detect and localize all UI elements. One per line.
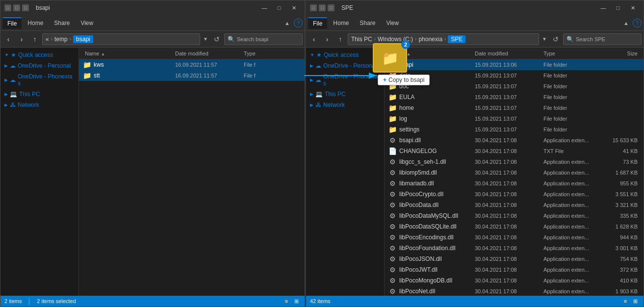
right-this-pc-chevron: ▶ xyxy=(310,92,313,97)
left-file-header: Name ▲ Date modified Type xyxy=(79,48,305,59)
right-status-view-icons: ≡ ⊞ xyxy=(621,297,640,306)
right-network-icon: 🖧 xyxy=(315,102,321,108)
right-back-button[interactable]: ‹ xyxy=(308,33,320,45)
right-tab-home[interactable]: Home xyxy=(328,18,354,28)
left-search-box[interactable]: 🔍 Search bsapi xyxy=(224,33,303,45)
left-addr-segment-active[interactable]: bsapi xyxy=(73,35,93,43)
left-sidebar-onedrive-personal[interactable]: ▶ ☁ OneDrive - Personal xyxy=(0,60,78,71)
left-address-bar[interactable]: « › temp › bsapi xyxy=(42,33,200,45)
left-col-date[interactable]: Date modified xyxy=(173,51,242,56)
left-col-name[interactable]: Name ▲ xyxy=(83,51,173,56)
file-name: kws xyxy=(94,61,173,68)
right-view-detail-icon[interactable]: ⊞ xyxy=(631,297,640,306)
left-ribbon-expand[interactable]: ▲ xyxy=(282,19,293,27)
right-file-row[interactable]: ⚙ libmariadb.dll 30.04.2021 17:08 Applic… xyxy=(385,178,644,189)
right-col-name-label: Name xyxy=(390,51,405,56)
right-sidebar-this-pc[interactable]: ▶ 💻 This PC xyxy=(306,89,384,100)
file-name: libPocoJSON.dll xyxy=(399,256,473,262)
right-file-row[interactable]: ⚙ libPocoEncodings.dll 30.04.2021 17:08 … xyxy=(385,232,644,243)
right-file-row[interactable]: ⚙ bsapi.dll 30.04.2021 17:08 Application… xyxy=(385,135,644,146)
right-ribbon-expand[interactable]: ▲ xyxy=(620,19,632,27)
file-size: 3 551 KB xyxy=(600,191,640,197)
left-network-label: Network xyxy=(18,102,39,108)
file-icon-dll: ⚙ xyxy=(388,287,396,295)
left-tab-file[interactable]: File xyxy=(2,17,22,29)
right-file-row[interactable]: ⚙ libPocoFoundation.dll 30.04.2021 17:08… xyxy=(385,243,644,254)
right-file-row[interactable]: ⚙ libPocoJWT.dll 30.04.2021 17:08 Applic… xyxy=(385,264,644,275)
right-refresh-button[interactable]: ↺ xyxy=(550,33,562,45)
right-address-dropdown[interactable]: ▼ xyxy=(541,34,548,44)
left-search-placeholder: Search bsapi xyxy=(237,36,268,42)
right-file-row[interactable]: ⚙ libPocoDataMySQL.dll 30.04.2021 17:08 … xyxy=(385,210,644,221)
left-tab-share[interactable]: Share xyxy=(49,18,75,28)
right-file-row[interactable]: ⚙ libPocoData.dll 30.04.2021 17:08 Appli… xyxy=(385,200,644,210)
left-sidebar-network[interactable]: ▶ 🖧 Network xyxy=(0,100,78,110)
right-file-row[interactable]: ⚙ libiomp5md.dll 30.04.2021 17:08 Applic… xyxy=(385,167,644,178)
left-tab-view[interactable]: View xyxy=(76,18,98,28)
right-sidebar-onedrive-personal[interactable]: ▶ ☁ OneDrive - Personal xyxy=(306,60,384,71)
right-file-row[interactable]: 📄 CHANGELOG 30.04.2021 17:08 TXT File 41… xyxy=(385,146,644,156)
right-file-row[interactable]: 📁 data 15.09.2021 13:07 File folder xyxy=(385,70,644,81)
file-date: 30.04.2021 17:08 xyxy=(473,137,541,143)
right-address-bar[interactable]: This PC › Windows (C:) › phonexia › SPE xyxy=(348,33,539,45)
left-sidebar-quick-access[interactable]: ▼ ★ Quick access xyxy=(0,50,78,60)
left-tab-home[interactable]: Home xyxy=(23,18,48,28)
left-view-list-icon[interactable]: ≡ xyxy=(282,297,291,306)
right-file-row[interactable]: ⚙ libPocoDataSQLite.dll 30.04.2021 17:08… xyxy=(385,221,644,232)
left-help-button[interactable]: ? xyxy=(294,19,303,27)
right-forward-button[interactable]: › xyxy=(321,33,333,45)
right-tab-share[interactable]: Share xyxy=(355,18,380,28)
right-file-row[interactable]: 📁 bsapi 15.09.2021 13:06 File folder xyxy=(385,59,644,70)
right-network-chevron: ▶ xyxy=(310,102,313,107)
right-addr-spe[interactable]: SPE xyxy=(448,35,465,43)
right-col-size[interactable]: Size xyxy=(600,51,640,56)
right-tab-file[interactable]: File xyxy=(308,17,327,29)
left-view-detail-icon[interactable]: ⊞ xyxy=(292,297,301,306)
left-od-personal-icon: ☁ xyxy=(10,62,16,69)
left-maximize-button[interactable]: □ xyxy=(272,3,286,13)
left-refresh-button[interactable]: ↺ xyxy=(211,33,223,45)
right-file-row[interactable]: 📁 home 15.09.2021 13:07 File folder xyxy=(385,102,644,113)
right-file-row[interactable]: ⚙ libPocoMongoDB.dll 30.04.2021 17:08 Ap… xyxy=(385,275,644,286)
right-col-date[interactable]: Date modified xyxy=(473,51,541,56)
right-title-bar: □ □ □ SPE — □ ✕ xyxy=(306,0,644,15)
left-up-button[interactable]: ↑ xyxy=(29,33,41,45)
right-view-list-icon[interactable]: ≡ xyxy=(621,297,630,306)
right-tab-view[interactable]: View xyxy=(381,18,404,28)
right-file-row[interactable]: ⚙ libPocoNet.dll 30.04.2021 17:08 Applic… xyxy=(385,286,644,296)
right-maximize-button[interactable]: □ xyxy=(611,3,625,13)
right-col-name[interactable]: Name ▲ xyxy=(388,51,473,56)
right-file-row[interactable]: 📁 log 15.09.2021 13:07 File folder xyxy=(385,113,644,124)
right-sidebar-quick-access[interactable]: ▼ ★ Quick access xyxy=(306,50,384,60)
right-search-box[interactable]: 🔍 Search SPE xyxy=(563,33,642,45)
file-icon-dll: ⚙ xyxy=(388,201,396,209)
left-forward-button[interactable]: › xyxy=(16,33,27,45)
file-date: 30.04.2021 17:08 xyxy=(473,234,541,240)
right-help-button[interactable]: ? xyxy=(633,19,642,27)
right-sidebar-onedrive-phonexia[interactable]: ▶ ☁ OneDrive - Phonexia s xyxy=(306,71,384,89)
left-back-button[interactable]: ‹ xyxy=(2,33,14,45)
right-col-type[interactable]: Type xyxy=(541,51,600,56)
right-file-row[interactable]: 📁 settings 15.09.2021 13:07 File folder xyxy=(385,124,644,135)
left-file-row[interactable]: 📁 kws 16.09.2021 11:57 File f xyxy=(79,59,305,70)
file-date: 30.04.2021 17:08 xyxy=(473,224,541,230)
right-close-button[interactable]: ✕ xyxy=(626,3,640,13)
left-col-type[interactable]: Type xyxy=(242,51,301,56)
left-minimize-button[interactable]: — xyxy=(258,3,271,13)
right-file-row[interactable]: ⚙ libPocoCrypto.dll 30.04.2021 17:08 App… xyxy=(385,189,644,200)
left-sidebar-this-pc[interactable]: ▶ 💻 This PC xyxy=(0,89,78,100)
right-file-row[interactable]: 📁 doc 15.09.2021 13:07 File folder xyxy=(385,81,644,92)
left-file-row[interactable]: 📁 stt 16.09.2021 11:57 File f xyxy=(79,70,305,81)
file-type: Application exten... xyxy=(541,256,600,262)
left-address-dropdown[interactable]: ▼ xyxy=(202,34,209,44)
right-minimize-button[interactable]: — xyxy=(596,3,610,13)
right-file-row[interactable]: 📁 EULA 15.09.2021 13:07 File folder xyxy=(385,92,644,102)
left-od-personal-chevron: ▶ xyxy=(4,63,8,68)
right-sidebar-network[interactable]: ▶ 🖧 Network xyxy=(306,100,384,110)
right-file-row[interactable]: ⚙ libPocoJSON.dll 30.04.2021 17:08 Appli… xyxy=(385,254,644,264)
left-od-phonexia-icon: ☁ xyxy=(10,77,16,83)
left-close-button[interactable]: ✕ xyxy=(287,3,301,13)
right-up-button[interactable]: ↑ xyxy=(335,33,346,45)
left-sidebar-onedrive-phonexia[interactable]: ▶ ☁ OneDrive - Phonexia s xyxy=(0,71,78,89)
right-file-row[interactable]: ⚙ libgcc_s_seh-1.dll 30.04.2021 17:08 Ap… xyxy=(385,156,644,167)
